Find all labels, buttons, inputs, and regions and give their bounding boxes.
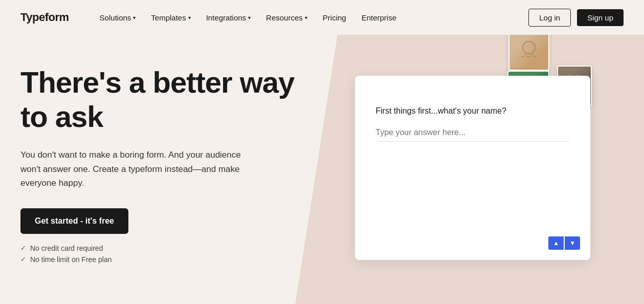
nav-item-pricing[interactable]: Pricing	[317, 10, 352, 25]
hero-subtitle: You don't want to make a boring form. An…	[20, 148, 256, 190]
chevron-down-icon: ▾	[133, 15, 136, 20]
get-started-button[interactable]: Get started - it's free	[20, 208, 128, 234]
form-arrow-down[interactable]: ▼	[565, 236, 580, 250]
svg-point-0	[523, 41, 535, 54]
signup-button[interactable]: Sign up	[577, 9, 624, 26]
nav-links: Solutions ▾ Templates ▾ Integrations ▾ R…	[94, 10, 529, 25]
navbar: Typeform Solutions ▾ Templates ▾ Integra…	[0, 0, 644, 35]
decorative-image-1	[508, 30, 549, 71]
hero-left: There's a better way to ask You don't wa…	[20, 55, 322, 264]
svg-point-3	[530, 53, 535, 57]
hero-title: There's a better way to ask	[20, 66, 322, 134]
svg-point-2	[523, 53, 527, 57]
perk-item-2: ✓ No time limit on Free plan	[20, 255, 322, 264]
form-preview-card: First things first...what's your name? ▲…	[355, 76, 590, 260]
nav-item-resources[interactable]: Resources ▾	[260, 10, 314, 25]
brand-logo[interactable]: Typeform	[20, 11, 69, 24]
form-nav-arrows: ▲ ▼	[548, 236, 580, 250]
perk-item-1: ✓ No credit card required	[20, 244, 322, 252]
nav-buttons: Log in Sign up	[528, 9, 624, 27]
hero-section: There's a better way to ask You don't wa…	[0, 35, 644, 304]
perks-list: ✓ No credit card required ✓ No time limi…	[20, 244, 322, 264]
nav-item-integrations[interactable]: Integrations ▾	[200, 10, 257, 25]
form-arrow-up[interactable]: ▲	[548, 236, 564, 250]
chevron-down-icon: ▾	[248, 15, 251, 20]
form-answer-input[interactable]	[375, 124, 570, 142]
form-question: First things first...what's your name?	[375, 106, 570, 116]
check-icon: ✓	[20, 255, 26, 263]
hero-right: First things first...what's your name? ▲…	[322, 55, 624, 260]
check-icon: ✓	[20, 244, 26, 252]
chevron-down-icon: ▾	[188, 15, 191, 20]
nav-item-enterprise[interactable]: Enterprise	[356, 10, 403, 25]
login-button[interactable]: Log in	[528, 9, 571, 27]
chevron-down-icon: ▾	[305, 15, 307, 20]
nav-item-templates[interactable]: Templates ▾	[145, 10, 196, 25]
nav-item-solutions[interactable]: Solutions ▾	[94, 10, 142, 25]
